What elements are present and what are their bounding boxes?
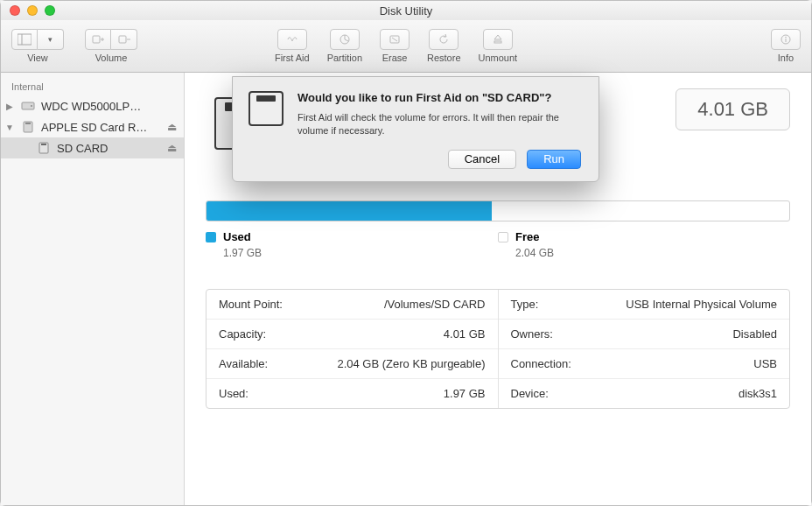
usage-bar [206,200,790,221]
detail-row-type: Type:USB Internal Physical Volume [499,290,790,320]
unmount-icon [491,33,505,46]
volume-remove-button[interactable] [111,29,137,50]
svg-line-9 [345,39,348,41]
toolbar-view-label: View [27,53,48,63]
detail-row-available: Available:2.04 GB (Zero KB purgeable) [206,349,498,379]
sidebar-section-internal: Internal [1,80,184,95]
sidebar-item-label: SD CARD [57,142,162,155]
toolbar-info-label: Info [778,53,794,63]
detail-row-device: Device:disk3s1 [499,379,790,408]
run-button[interactable]: Run [527,150,581,169]
dialog-icon [248,91,284,137]
toolbar-unmount-label: Unmount [479,53,518,63]
toolbar-volume-group: Volume [85,29,137,63]
cancel-button[interactable]: Cancel [448,150,516,169]
usage-bar-used [206,201,492,221]
free-value: 2.04 GB [515,247,790,259]
toolbar-volume-label: Volume [95,53,128,63]
free-label: Free [515,230,539,243]
hdd-icon [20,100,36,112]
used-label: Used [223,230,251,243]
sidebar-item-label: APPLE SD Card R… [41,121,162,134]
capacity-box: 4.01 GB [676,88,790,130]
info-button[interactable] [771,29,801,50]
detail-row-capacity: Capacity:4.01 GB [206,320,498,349]
disk-utility-window: Disk Utility ▾ View Volume First Aid Par… [0,0,812,506]
used-value: 1.97 GB [223,247,498,259]
toolbar-erase-label: Erase [382,53,408,63]
svg-rect-0 [18,34,32,45]
svg-rect-21 [41,144,46,145]
first-aid-button[interactable] [277,29,307,50]
sd-card-icon [36,142,52,154]
chevron-down-icon: ▾ [48,35,52,44]
detail-row-owners: Owners:Disabled [499,320,790,349]
free-swatch [498,232,508,242]
sd-reader-icon [20,121,36,133]
svg-rect-5 [119,36,126,43]
erase-icon [388,33,402,46]
unmount-button[interactable] [483,29,513,50]
info-icon [779,33,793,46]
sidebar-icon [18,33,32,46]
svg-line-11 [392,38,397,41]
restore-icon [437,33,451,46]
partition-button[interactable] [330,29,360,50]
svg-rect-2 [93,36,100,43]
first-aid-icon [285,33,299,46]
toolbar-firstaid-label: First Aid [275,53,310,63]
detail-row-connection: Connection:USB [499,349,790,379]
sidebar-item-label: WDC WD5000LP… [41,100,177,113]
detail-row-used: Used:1.97 GB [206,379,498,408]
sidebar: Internal ▶ WDC WD5000LP… ▼ APPLE SD Card… [1,73,185,505]
toolbar: ▾ View Volume First Aid Partition Erase … [1,20,811,73]
window-title: Disk Utility [1,4,811,18]
capacity-value: 4.01 GB [676,88,790,130]
sidebar-item-sd-card[interactable]: SD CARD ⏏ [1,137,184,158]
sidebar-item-wdc[interactable]: ▶ WDC WD5000LP… [1,95,184,116]
dialog-heading: Would you like to run First Aid on "SD C… [298,91,581,104]
partition-icon [338,33,352,46]
svg-rect-19 [25,123,31,124]
details-grid: Mount Point:/Volumes/SD CARD Capacity:4.… [206,289,790,409]
titlebar: Disk Utility [1,1,811,20]
svg-point-17 [31,105,32,107]
toolbar-view-group: ▾ View [11,29,64,63]
eject-icon[interactable]: ⏏ [167,142,177,154]
svg-point-14 [785,37,787,39]
sidebar-item-apple-sd-reader[interactable]: ▼ APPLE SD Card R… ⏏ [1,116,184,137]
dialog-description: First Aid will check the volume for erro… [298,111,581,137]
erase-button[interactable] [380,29,410,50]
volume-add-button[interactable] [85,29,111,50]
first-aid-dialog: Would you like to run First Aid on "SD C… [232,76,599,182]
view-mode-button[interactable] [11,29,38,50]
disclosure-triangle-icon[interactable]: ▶ [4,102,15,111]
usage-legend: Used 1.97 GB Free 2.04 GB [206,230,790,259]
detail-row-mountpoint: Mount Point:/Volumes/SD CARD [206,290,498,320]
toolbar-center: First Aid Partition Erase Restore Unmoun… [275,29,517,63]
volume-add-icon [91,33,105,46]
toolbar-restore-label: Restore [427,53,461,63]
toolbar-info-group: Info [771,29,801,63]
view-dropdown-button[interactable]: ▾ [38,29,64,50]
eject-icon[interactable]: ⏏ [167,121,177,133]
volume-remove-icon [117,33,131,46]
svg-rect-12 [494,41,501,43]
used-swatch [206,232,216,242]
restore-button[interactable] [429,29,458,50]
toolbar-partition-label: Partition [327,53,362,63]
disclosure-triangle-icon[interactable]: ▼ [4,123,15,132]
